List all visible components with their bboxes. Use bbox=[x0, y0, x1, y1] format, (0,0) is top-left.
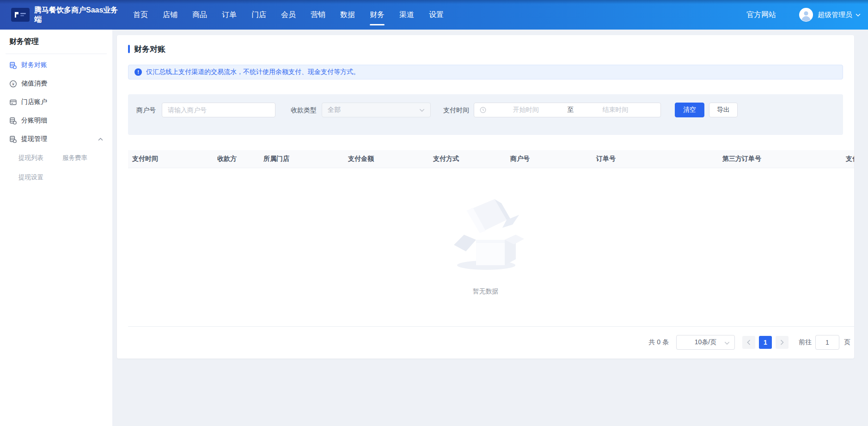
sidebar-item-label: 分账明细 bbox=[21, 116, 47, 125]
official-site-link[interactable]: 官方网站 bbox=[746, 10, 776, 20]
svg-text:¥: ¥ bbox=[12, 81, 14, 86]
chevron-down-icon bbox=[724, 341, 730, 345]
sidebar-subitem-withdraw-settings[interactable]: 提现设置 bbox=[18, 168, 62, 187]
goto-label: 前往 bbox=[799, 338, 812, 347]
yen-circle-icon: ¥ bbox=[9, 80, 17, 88]
prev-page-button[interactable] bbox=[742, 336, 755, 349]
nav-item-settings[interactable]: 设置 bbox=[429, 0, 444, 30]
sidebar-item-label: 财务对账 bbox=[21, 61, 47, 69]
page-size-select[interactable]: 10条/页 bbox=[676, 335, 735, 350]
top-nav: 首页 店铺 商品 订单 门店 会员 营销 数据 财务 渠道 设置 bbox=[133, 0, 444, 30]
table-header: 支付时间 收款方 所属门店 支付金额 支付方式 商户号 订单号 第三方订单号 支… bbox=[128, 150, 854, 168]
column-header-pay-method: 支付方式 bbox=[433, 155, 510, 163]
nav-item-shop[interactable]: 店铺 bbox=[163, 0, 177, 30]
ledger-coins-icon bbox=[9, 61, 17, 69]
payment-time-label: 支付时间 bbox=[443, 103, 469, 117]
page-number-button[interactable]: 1 bbox=[759, 336, 772, 349]
nav-item-home[interactable]: 首页 bbox=[133, 0, 148, 30]
clock-icon bbox=[480, 107, 486, 113]
next-page-button[interactable] bbox=[776, 336, 789, 349]
range-separator: 至 bbox=[566, 106, 576, 114]
nav-item-members[interactable]: 会员 bbox=[281, 0, 296, 30]
filter-bar: 商户号 收款类型 全部 支付时间 开始时间 至 结 bbox=[128, 94, 843, 135]
alert-text: 仅汇总线上支付渠道的交易流水，不统计使用余额支付、现金支付等方式。 bbox=[146, 68, 360, 76]
page-title: 财务对账 bbox=[134, 44, 165, 55]
empty-state-text: 暂无数据 bbox=[117, 287, 854, 296]
sidebar-title: 财务管理 bbox=[9, 37, 112, 47]
sidebar-subitem-service-rate[interactable]: 服务费率 bbox=[62, 148, 112, 168]
sidebar-item-reconciliation[interactable]: 财务对账 bbox=[0, 56, 112, 74]
chevron-down-icon[interactable] bbox=[856, 13, 861, 17]
start-time-placeholder[interactable]: 开始时间 bbox=[486, 106, 566, 114]
clear-button[interactable]: 清空 bbox=[675, 103, 704, 117]
merchant-id-label: 商户号 bbox=[136, 103, 156, 117]
payment-type-label: 收款类型 bbox=[291, 103, 317, 117]
sidebar-item-stored-value[interactable]: ¥ 储值消费 bbox=[0, 74, 112, 93]
column-header-store: 所属门店 bbox=[263, 155, 348, 163]
table-footer-divider bbox=[128, 326, 854, 327]
ledger-coins-icon bbox=[9, 135, 17, 143]
page-unit-label: 页 bbox=[844, 338, 850, 347]
sidebar-divider bbox=[6, 54, 107, 54]
nav-item-channels[interactable]: 渠道 bbox=[399, 0, 414, 30]
chevron-down-icon bbox=[419, 109, 425, 112]
info-icon: ! bbox=[134, 68, 142, 76]
main-content: 财务对账 ! 仅汇总线上支付渠道的交易流水，不统计使用余额支付、现金支付等方式。… bbox=[112, 30, 868, 426]
column-header-payee: 收款方 bbox=[217, 155, 263, 163]
column-header-order-id: 订单号 bbox=[596, 155, 722, 163]
nav-item-orders[interactable]: 订单 bbox=[222, 0, 237, 30]
avatar[interactable] bbox=[799, 8, 813, 22]
title-marker bbox=[128, 45, 130, 53]
topbar: 腾马餐饮多商户Saas业务端 首页 店铺 商品 订单 门店 会员 营销 数据 财… bbox=[0, 0, 868, 30]
sidebar-menu: 财务对账 ¥ 储值消费 门店账户 bbox=[0, 56, 112, 148]
empty-box-illustration bbox=[446, 192, 525, 273]
column-header-pay-status: 支付状态 bbox=[846, 155, 854, 163]
chevron-right-icon bbox=[780, 340, 784, 345]
sidebar-item-split-detail[interactable]: 分账明细 bbox=[0, 111, 112, 130]
ledger-coins-icon bbox=[9, 117, 17, 125]
export-button[interactable]: 导出 bbox=[709, 103, 738, 117]
sidebar-item-withdraw-management[interactable]: 提现管理 bbox=[0, 130, 112, 148]
withdraw-submenu: 提现列表 服务费率 提现设置 bbox=[0, 148, 112, 187]
column-header-amount: 支付金额 bbox=[348, 155, 433, 163]
nav-item-marketing[interactable]: 营销 bbox=[311, 0, 325, 30]
column-header-merchant-id: 商户号 bbox=[510, 155, 596, 163]
merchant-id-input[interactable] bbox=[162, 103, 275, 117]
reconciliation-card: 财务对账 ! 仅汇总线上支付渠道的交易流水，不统计使用余额支付、现金支付等方式。… bbox=[117, 35, 854, 359]
page-size-value: 10条/页 bbox=[695, 338, 716, 347]
user-name[interactable]: 超级管理员 bbox=[818, 11, 852, 19]
sidebar: 财务管理 财务对账 ¥ bbox=[0, 30, 112, 426]
info-alert: ! 仅汇总线上支付渠道的交易流水，不统计使用余额支付、现金支付等方式。 bbox=[128, 65, 843, 79]
column-header-pay-time: 支付时间 bbox=[132, 155, 217, 163]
total-count: 共 0 条 bbox=[648, 338, 669, 347]
sidebar-item-store-account[interactable]: 门店账户 bbox=[0, 93, 112, 111]
payment-type-value: 全部 bbox=[328, 106, 419, 114]
nav-item-finance[interactable]: 财务 bbox=[370, 0, 385, 30]
sidebar-item-label: 门店账户 bbox=[21, 98, 47, 106]
nav-item-stores[interactable]: 门店 bbox=[251, 0, 266, 30]
payment-time-range-picker[interactable]: 开始时间 至 结束时间 bbox=[474, 103, 661, 117]
payment-type-select[interactable]: 全部 bbox=[322, 103, 431, 117]
end-time-placeholder[interactable]: 结束时间 bbox=[576, 106, 655, 114]
nav-item-goods[interactable]: 商品 bbox=[192, 0, 207, 30]
nav-item-data[interactable]: 数据 bbox=[340, 0, 355, 30]
app-logo-area[interactable]: 腾马餐饮多商户Saas业务端 bbox=[11, 6, 123, 24]
sidebar-item-label: 提现管理 bbox=[21, 135, 47, 143]
page-title-row: 财务对账 bbox=[128, 44, 165, 54]
topbar-right: 官方网站 超级管理员 bbox=[746, 8, 861, 22]
app-logo-icon bbox=[11, 8, 30, 22]
sidebar-item-label: 储值消费 bbox=[21, 79, 47, 88]
chevron-left-icon bbox=[747, 340, 751, 345]
goto-page-input[interactable] bbox=[815, 335, 839, 350]
app-title: 腾马餐饮多商户Saas业务端 bbox=[34, 6, 121, 24]
app-root: 腾马餐饮多商户Saas业务端 首页 店铺 商品 订单 门店 会员 营销 数据 财… bbox=[0, 0, 868, 426]
pagination: 共 0 条 10条/页 1 前 bbox=[648, 335, 850, 350]
column-header-third-party-order-id: 第三方订单号 bbox=[722, 155, 846, 163]
chevron-up-icon[interactable] bbox=[98, 138, 103, 141]
card-icon bbox=[9, 98, 17, 106]
sidebar-subitem-withdraw-list[interactable]: 提现列表 bbox=[18, 148, 62, 168]
